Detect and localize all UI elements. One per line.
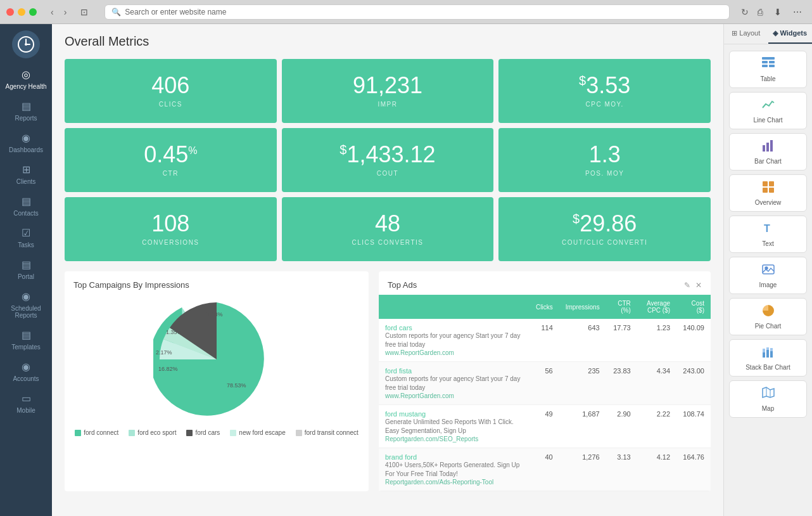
ad-name[interactable]: ford mustang (385, 410, 523, 418)
svg-rect-12 (763, 188, 768, 193)
ad-avg-cpc: 4.34 (637, 362, 676, 405)
svg-rect-2 (762, 57, 775, 60)
widget-item-text[interactable]: T Text (729, 216, 807, 253)
sidebar-toggle-button[interactable]: ⊡ (75, 6, 93, 18)
pie-wrapper: 78.53% 16.82% 2.17% 1.35% 1.13% ford con… (73, 296, 360, 436)
sidebar-item-reports[interactable]: ▤ Reports (0, 95, 52, 127)
pie-chart-section: Top Campaigns By Impressions (65, 271, 369, 491)
pie-legend: ford connect ford eco sport ford cars (75, 429, 358, 436)
ad-url[interactable]: Reportgarden.com/Ads-Reporting-Tool (385, 479, 523, 486)
ad-name[interactable]: ford fista (385, 367, 523, 375)
ad-url[interactable]: www.ReportGarden.com (385, 349, 523, 356)
sidebar-item-tasks[interactable]: ☑ Tasks (0, 222, 52, 254)
legend-item-ford-cars: ford cars (186, 429, 220, 436)
agency-health-icon: ◎ (22, 68, 30, 81)
legend-item-ford-connect: ford connect (75, 429, 118, 436)
pie-chart-widget-icon (761, 304, 775, 321)
widget-items-list: Table Line Chart Bar Chart Overview (724, 44, 812, 424)
text-widget-icon: T (761, 221, 775, 238)
url-text: Search or enter website name (125, 8, 226, 16)
widget-item-pie-chart[interactable]: Pie Chart (729, 298, 807, 335)
sidebar-item-portal[interactable]: ▤ Portal (0, 254, 52, 285)
widget-label-stack-bar-chart: Stack Bar Chart (745, 364, 790, 371)
more-button[interactable]: ⋯ (789, 6, 806, 18)
ad-cost: 164.76 (676, 448, 711, 491)
line-chart-widget-icon (761, 98, 775, 115)
sidebar-item-agency-health[interactable]: ◎ Agency Health (0, 63, 52, 95)
col-header-ad (379, 295, 530, 319)
sidebar-item-mobile[interactable]: ▭ Mobile (0, 387, 52, 419)
svg-rect-19 (766, 350, 769, 358)
widget-item-stack-bar-chart[interactable]: Stack Bar Chart (729, 339, 807, 377)
table-row: ford cars Custom reports for your agency… (379, 319, 711, 362)
share-button[interactable]: ⎙ (754, 6, 766, 18)
ad-clicks: 114 (530, 319, 559, 362)
ad-ctr: 17.73 (606, 319, 637, 362)
svg-rect-3 (762, 61, 768, 63)
metric-label-ctr: CTR (163, 170, 179, 177)
metric-value-impressions: 91,231 (353, 74, 422, 97)
legend-label: ford eco sport (137, 429, 176, 436)
ad-url[interactable]: Reportgarden.com/SEO_Reports (385, 435, 523, 442)
sidebar-item-dashboards[interactable]: ◉ Dashboards (0, 127, 52, 158)
sidebar-item-label: Tasks (18, 242, 34, 248)
widget-item-image[interactable]: Image (729, 257, 807, 294)
svg-rect-20 (766, 347, 769, 350)
metric-card-ctr: 0.45% CTR (65, 128, 277, 192)
legend-item-ford-transit: ford transit connect (296, 429, 358, 436)
sidebar-item-label: Reports (15, 115, 37, 122)
widget-label-line-chart: Line Chart (753, 117, 782, 124)
metric-label-pos: POS. MOY (585, 170, 624, 177)
close-button[interactable] (6, 8, 14, 16)
ad-name[interactable]: brand ford (385, 453, 523, 461)
ad-url[interactable]: www.ReportGarden.com (385, 392, 523, 399)
close-icon[interactable]: ✕ (695, 281, 702, 290)
main-content: Overall Metrics 406 CLICS 91,231 IMPR $3… (52, 24, 723, 516)
widget-item-table[interactable]: Table (729, 51, 807, 88)
reload-button[interactable]: ↻ (741, 7, 749, 17)
widget-label-bar-chart: Bar Chart (754, 158, 782, 165)
sidebar-item-clients[interactable]: ⊞ Clients (0, 158, 52, 190)
download-button[interactable]: ⬇ (770, 6, 785, 18)
sidebar-item-contacts[interactable]: ▤ Contacts (0, 190, 52, 222)
app-logo[interactable] (12, 30, 40, 58)
forward-button[interactable]: › (60, 6, 71, 18)
browser-chrome: ‹ › ⊡ 🔍 Search or enter website name ↻ ⎙… (0, 0, 812, 24)
legend-color (186, 430, 193, 436)
legend-label: new ford escape (239, 429, 285, 436)
maximize-button[interactable] (29, 8, 37, 16)
sidebar-item-templates[interactable]: ▤ Templates (0, 324, 52, 356)
table-row: ford mustang Generate Unlimited Seo Repo… (379, 405, 711, 448)
ad-clicks: 40 (530, 448, 559, 491)
sidebar-item-scheduled-reports[interactable]: ◉ Scheduled Reports (0, 285, 52, 324)
widget-item-bar-chart[interactable]: Bar Chart (729, 133, 807, 171)
tab-layout[interactable]: ⊞ Layout (724, 24, 768, 44)
svg-rect-13 (769, 188, 774, 193)
tab-widgets[interactable]: ◈ Widgets (768, 24, 813, 44)
sidebar-item-label: Mobile (16, 407, 35, 414)
metric-card-cout-clic: $29.86 COUT/CLIC CONVERTI (498, 197, 711, 261)
ad-description: Generate Unlimited Seo Reports With 1 Cl… (385, 418, 523, 435)
table-widget-icon (761, 56, 775, 74)
url-bar[interactable]: 🔍 Search or enter website name (105, 4, 730, 20)
metric-value-cout: $1,433.12 (339, 143, 435, 166)
legend-color (75, 430, 81, 436)
scheduled-reports-icon: ◉ (22, 290, 30, 302)
widget-item-line-chart[interactable]: Line Chart (729, 92, 807, 129)
ads-table: Clicks Impressions CTR (%) Average CPC (… (379, 295, 711, 491)
widget-item-map[interactable]: Map (729, 380, 807, 418)
edit-icon[interactable]: ✎ (684, 281, 690, 290)
ad-name[interactable]: ford cars (385, 324, 523, 332)
widget-item-overview[interactable]: Overview (729, 174, 807, 212)
ad-clicks: 56 (530, 362, 559, 405)
bar-chart-widget-icon (761, 139, 775, 156)
metric-card-pos: 1.3 POS. MOY (498, 128, 711, 192)
pie-chart-title: Top Campaigns By Impressions (73, 280, 360, 290)
minimize-button[interactable] (18, 8, 25, 16)
table-row: ford fista Custom reports for your agenc… (379, 362, 711, 405)
sidebar-item-accounts[interactable]: ◉ Accounts (0, 356, 52, 387)
ad-avg-cpc: 2.22 (637, 405, 676, 448)
svg-point-1 (25, 43, 27, 46)
pie-container: 78.53% 16.82% 2.17% 1.35% 1.13% (153, 296, 280, 423)
back-button[interactable]: ‹ (47, 6, 58, 18)
